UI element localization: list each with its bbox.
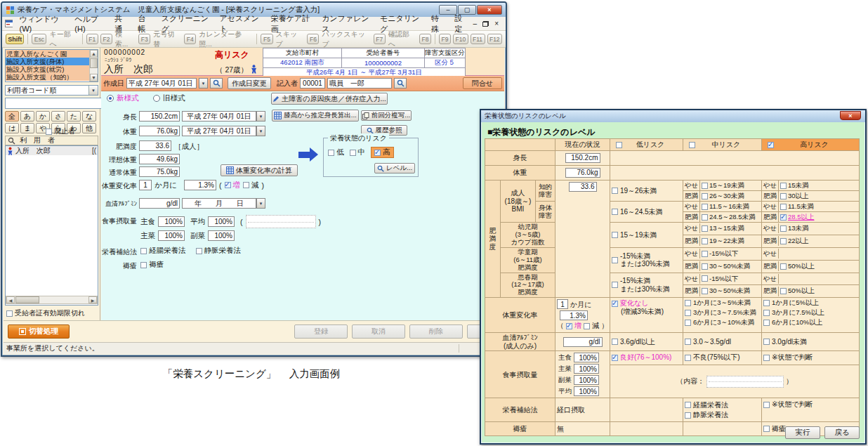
f12-key-chip[interactable]: F12 [487, 34, 503, 44]
high-risk-option[interactable]: 50%以上 [779, 261, 859, 271]
weight-date-input[interactable]: 平成 27年 04月 01日 [182, 126, 256, 136]
checkbox-checked-icon[interactable] [612, 301, 618, 307]
high-risk-option[interactable]: ※状態で判断 [763, 353, 857, 362]
checkbox-icon[interactable] [689, 142, 695, 148]
mid-risk-option[interactable]: -15%以下 [700, 249, 761, 258]
high-risk-option[interactable]: ※状態で判断 [763, 400, 857, 409]
checkbox-icon[interactable] [685, 320, 691, 326]
ideal-weight-input[interactable]: 49.6kg [139, 154, 180, 164]
low-risk-option[interactable]: 15～19未満 [612, 231, 681, 240]
chevron-down-icon[interactable]: ▼ [256, 111, 265, 122]
mdi-close-icon[interactable]: × [494, 20, 499, 27]
risk-low-checkbox[interactable]: 低 [328, 147, 344, 157]
checkbox-icon[interactable] [140, 262, 147, 268]
checkbox-icon[interactable] [685, 355, 691, 361]
high-risk-option[interactable]: 3.0g/dl未満 [763, 338, 857, 346]
high-risk-option[interactable]: 3か月に7.5%以上 [763, 309, 857, 317]
checkbox-icon[interactable] [702, 238, 708, 244]
checkbox-icon[interactable] [763, 320, 770, 326]
shift-key-chip[interactable]: Shift [6, 34, 24, 44]
radio-icon[interactable] [107, 95, 114, 102]
user-list-hscrollbar[interactable]: ◀ ▶ [6, 296, 98, 304]
checkbox-icon[interactable] [780, 288, 787, 294]
checkbox-icon[interactable] [763, 426, 770, 432]
checkbox-icon[interactable] [780, 263, 787, 270]
checkbox-icon[interactable] [612, 188, 618, 194]
f11-key-chip[interactable]: F11 [471, 34, 485, 44]
chevron-down-icon[interactable]: ▼ [199, 78, 208, 88]
mid-risk-option[interactable]: 24.5～28.5未満 [700, 212, 761, 222]
checkbox-icon[interactable] [685, 339, 691, 345]
bmi-input[interactable]: 33.6 [139, 140, 171, 151]
delete-button[interactable]: 削除 [409, 324, 463, 339]
mid-risk-option[interactable]: 経腸栄養法 [685, 401, 760, 409]
mid-risk-option[interactable]: 19～22未満 [700, 236, 761, 246]
low-risk-option-checked[interactable]: 変化なし [612, 299, 681, 308]
albumin-date-input[interactable]: 年 月 日 [182, 198, 256, 209]
change-rate-input[interactable]: 1.3% [184, 180, 216, 190]
checkbox-checked-icon[interactable] [374, 150, 381, 156]
checkbox-icon[interactable] [763, 339, 770, 345]
kana-filter[interactable]: な [82, 111, 96, 122]
checkbox-icon[interactable] [702, 204, 708, 210]
checkbox-icon[interactable] [702, 288, 708, 294]
recorder-search-button[interactable] [394, 78, 407, 88]
checkbox-icon[interactable] [685, 402, 691, 408]
normal-weight-input[interactable]: 75.0kg [139, 166, 180, 177]
facility-item[interactable]: 施設入所支援(就労) [6, 65, 89, 73]
checkbox-icon[interactable] [763, 310, 770, 316]
high-risk-option[interactable]: 50%以上 [779, 287, 859, 296]
dialog-close-button[interactable]: × [840, 111, 861, 120]
radio-icon[interactable] [153, 95, 160, 102]
execute-button[interactable]: 実行 [785, 426, 820, 439]
checkbox-checked-icon[interactable] [612, 355, 618, 361]
facility-scrollbar[interactable]: ▲ ▼ [89, 50, 98, 81]
f4-key-chip[interactable]: F4 [184, 34, 196, 44]
f5-key-chip[interactable]: F5 [261, 34, 272, 44]
scrollbar-thumb[interactable] [15, 296, 39, 303]
mid-risk-option[interactable]: 静脈栄養法 [685, 411, 760, 419]
high-risk-option[interactable]: 30以上 [779, 191, 859, 201]
high-risk-option[interactable]: 13未満 [779, 223, 859, 233]
checkbox-icon[interactable] [780, 204, 787, 210]
kana-filter-all[interactable]: 全 [5, 111, 19, 122]
scroll-down-icon[interactable]: ▼ [90, 74, 98, 81]
sort-order-dropdown[interactable]: 利用者コード順 ▼ [5, 85, 98, 96]
checkbox-icon[interactable] [702, 225, 708, 232]
mid-risk-option[interactable]: 1か月に3～5%未満 [685, 299, 760, 307]
kana-filter[interactable]: か [36, 111, 50, 122]
mid-risk-option[interactable]: 6か月に3～10%未満 [685, 319, 760, 327]
scroll-up-icon[interactable]: ▲ [90, 50, 98, 58]
checkbox-icon[interactable] [196, 248, 202, 254]
checkbox-icon[interactable] [763, 300, 770, 306]
checkbox-icon[interactable] [46, 129, 52, 135]
checkbox-icon[interactable] [780, 193, 787, 199]
low-risk-option-checked[interactable]: 良好(76～100%) [612, 353, 681, 362]
facility-item-selected[interactable]: 施設入所支援(身体) [6, 58, 89, 65]
checkbox-icon[interactable] [616, 142, 622, 148]
new-style-radio[interactable]: 新様式 [107, 93, 139, 103]
checkbox-icon[interactable] [780, 238, 787, 244]
checkbox-icon[interactable] [763, 355, 770, 361]
pressure-ulcer-checkbox[interactable]: 褥瘡 [140, 260, 164, 270]
checkbox-icon[interactable] [612, 232, 618, 238]
checkbox-icon[interactable] [6, 310, 13, 317]
discontinued-checkbox[interactable]: 廃止者 [46, 126, 75, 136]
created-date-input[interactable]: 平成 27年 04月 01日 [126, 78, 197, 88]
albumin-current-value[interactable]: g/dl [563, 337, 603, 347]
date-search-button[interactable] [210, 78, 223, 88]
mid-risk-option[interactable]: 26～30未満 [700, 191, 761, 201]
staple-value[interactable]: 100% [574, 353, 599, 362]
main-dish-value[interactable]: 100% [574, 364, 599, 374]
chevron-down-icon[interactable]: ▼ [256, 126, 265, 136]
f7-key-chip[interactable]: F7 [374, 34, 386, 44]
checkbox-icon[interactable] [584, 323, 590, 329]
recorder-name-input[interactable]: 職員 一郎 [327, 78, 392, 88]
mid-risk-option[interactable]: 不良(75%以下) [685, 353, 760, 362]
change-months-input[interactable]: 1 [139, 180, 152, 190]
checkbox-icon[interactable] [612, 339, 618, 345]
checkbox-icon[interactable] [763, 402, 770, 408]
register-button[interactable]: 登録 [294, 324, 348, 339]
content-note-input[interactable] [706, 376, 784, 388]
kana-filter-other[interactable]: 他 [82, 123, 96, 133]
